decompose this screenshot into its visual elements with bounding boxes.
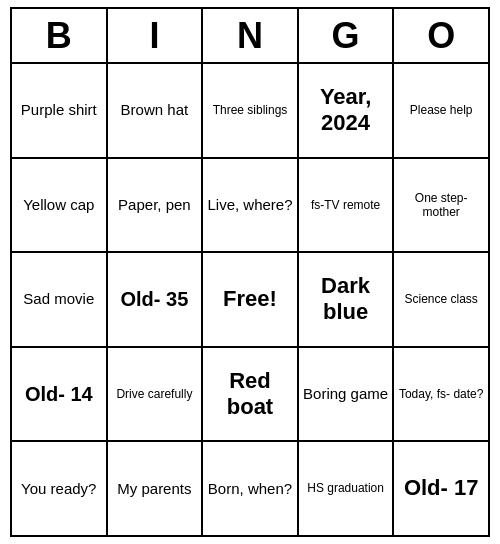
bingo-row-4: You ready?My parentsBorn, when?HS gradua… <box>12 442 488 535</box>
bingo-cell-2-0: Sad movie <box>12 253 108 346</box>
bingo-cell-4-3: HS graduation <box>299 442 395 535</box>
bingo-row-0: Purple shirtBrown hatThree siblingsYear,… <box>12 64 488 159</box>
header-letter-O: O <box>394 9 488 62</box>
bingo-cell-0-0: Purple shirt <box>12 64 108 157</box>
bingo-cell-3-4: Today, fs- date? <box>394 348 488 441</box>
bingo-cell-3-0: Old- 14 <box>12 348 108 441</box>
bingo-row-3: Old- 14Drive carefullyRed boatBoring gam… <box>12 348 488 443</box>
header-letter-B: B <box>12 9 108 62</box>
bingo-cell-1-1: Paper, pen <box>108 159 204 252</box>
bingo-cell-2-4: Science class <box>394 253 488 346</box>
bingo-cell-2-3: Dark blue <box>299 253 395 346</box>
bingo-cell-0-3: Year, 2024 <box>299 64 395 157</box>
bingo-cell-4-0: You ready? <box>12 442 108 535</box>
bingo-row-2: Sad movieOld- 35Free!Dark blueScience cl… <box>12 253 488 348</box>
bingo-cell-4-2: Born, when? <box>203 442 299 535</box>
bingo-cell-1-2: Live, where? <box>203 159 299 252</box>
bingo-cell-1-0: Yellow cap <box>12 159 108 252</box>
bingo-cell-3-1: Drive carefully <box>108 348 204 441</box>
bingo-header: BINGO <box>12 9 488 64</box>
bingo-cell-0-1: Brown hat <box>108 64 204 157</box>
bingo-card: BINGO Purple shirtBrown hatThree sibling… <box>10 7 490 537</box>
bingo-cell-3-3: Boring game <box>299 348 395 441</box>
bingo-cell-0-4: Please help <box>394 64 488 157</box>
bingo-cell-1-3: fs-TV remote <box>299 159 395 252</box>
bingo-cell-0-2: Three siblings <box>203 64 299 157</box>
bingo-grid: Purple shirtBrown hatThree siblingsYear,… <box>12 64 488 535</box>
bingo-cell-1-4: One step- mother <box>394 159 488 252</box>
header-letter-N: N <box>203 9 299 62</box>
bingo-row-1: Yellow capPaper, penLive, where?fs-TV re… <box>12 159 488 254</box>
bingo-cell-2-2: Free! <box>203 253 299 346</box>
bingo-cell-3-2: Red boat <box>203 348 299 441</box>
bingo-cell-2-1: Old- 35 <box>108 253 204 346</box>
header-letter-G: G <box>299 9 395 62</box>
header-letter-I: I <box>108 9 204 62</box>
bingo-cell-4-4: Old- 17 <box>394 442 488 535</box>
bingo-cell-4-1: My parents <box>108 442 204 535</box>
